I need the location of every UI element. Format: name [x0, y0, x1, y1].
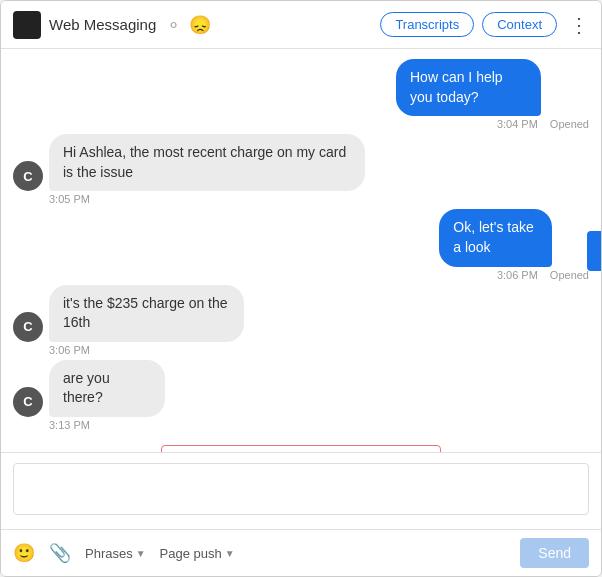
customer-bubble: it's the $235 charge on the 16th	[49, 285, 244, 342]
bubble-wrap: Ok, let's take a look	[439, 209, 589, 266]
customer-bubble: are you there?	[49, 360, 165, 417]
bubble-wrap: C it's the $235 charge on the 16th	[13, 285, 273, 342]
context-button[interactable]: Context	[482, 12, 557, 37]
person-icon[interactable]: ⚬	[166, 14, 181, 36]
phrases-button[interactable]: Phrases ▼	[85, 546, 146, 561]
emoji-toolbar-icon[interactable]: 🙂	[13, 542, 35, 564]
message-meta: 3:06 PM Opened	[497, 269, 589, 281]
message-meta: 3:05 PM	[13, 193, 90, 205]
bubble-wrap: How can I help you today?	[396, 59, 589, 116]
agent-bubble: How can I help you today?	[396, 59, 541, 116]
window-title: Web Messaging	[49, 16, 156, 33]
transcripts-button[interactable]: Transcripts	[380, 12, 474, 37]
message-meta: 3:06 PM	[13, 344, 90, 356]
avatar: C	[13, 387, 43, 417]
bubble-wrap: C Hi Ashlea, the most recent charge on m…	[13, 134, 434, 191]
bubble-wrap: C are you there?	[13, 360, 167, 417]
message-row: How can I help you today? 3:04 PM Opened	[13, 59, 589, 130]
avatar: C	[13, 312, 43, 342]
more-options-icon[interactable]: ⋮	[569, 13, 589, 37]
message-meta: 3:04 PM Opened	[497, 118, 589, 130]
input-area	[1, 453, 601, 529]
toolbar: 🙂 📎 Phrases ▼ Page push ▼ Send	[1, 529, 601, 576]
page-push-button[interactable]: Page push ▼	[160, 546, 235, 561]
messages-area: How can I help you today? 3:04 PM Opened…	[1, 49, 601, 452]
logo-icon	[13, 11, 41, 39]
message-row: C Hi Ashlea, the most recent charge on m…	[13, 134, 589, 205]
attach-icon[interactable]: 📎	[49, 542, 71, 564]
disconnected-banner: 3:16 PM: The conversation has disconnect…	[13, 445, 589, 452]
message-row: Ok, let's take a look 3:06 PM Opened	[13, 209, 589, 280]
avatar: C	[13, 161, 43, 191]
header-icons: ⚬ 😞	[166, 14, 211, 36]
customer-bubble: Hi Ashlea, the most recent charge on my …	[49, 134, 365, 191]
page-push-caret: ▼	[225, 548, 235, 559]
message-meta: 3:13 PM	[13, 419, 90, 431]
scroll-handle[interactable]	[587, 231, 601, 271]
agent-bubble: Ok, let's take a look	[439, 209, 551, 266]
send-button[interactable]: Send	[520, 538, 589, 568]
phrases-caret: ▼	[136, 548, 146, 559]
header: Web Messaging ⚬ 😞 Transcripts Context ⋮	[1, 1, 601, 49]
disconnected-notice: 3:16 PM: The conversation has disconnect…	[161, 445, 441, 452]
emoji-icon[interactable]: 😞	[189, 14, 211, 36]
message-input[interactable]	[13, 463, 589, 515]
message-row: C it's the $235 charge on the 16th 3:06 …	[13, 285, 589, 356]
chat-window: Web Messaging ⚬ 😞 Transcripts Context ⋮ …	[0, 0, 602, 577]
message-row: C are you there? 3:13 PM	[13, 360, 589, 431]
header-buttons: Transcripts Context ⋮	[380, 12, 589, 37]
